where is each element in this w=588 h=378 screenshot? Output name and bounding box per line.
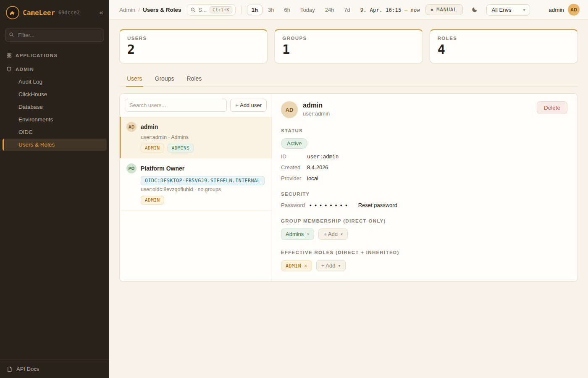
environment-select[interactable]: All Envs ▾ — [486, 4, 530, 16]
user-list-pane: + Add user AD admin user:admin · Admins … — [120, 94, 272, 281]
sidebar-filter-input[interactable] — [5, 29, 104, 42]
sidebar-nav: Audit Log ClickHouse Database Environmen… — [0, 75, 109, 151]
sidebar-item-clickhouse[interactable]: ClickHouse — [3, 88, 107, 100]
breadcrumb-admin[interactable]: Admin — [119, 7, 135, 13]
user-name: Platform Owner — [141, 165, 184, 172]
sidebar-item-oidc[interactable]: OIDC — [3, 126, 107, 138]
chevron-down-icon: ▾ — [341, 232, 343, 236]
header-divider — [241, 5, 242, 14]
sidebar-section-applications[interactable]: APPLICATIONS — [0, 47, 109, 61]
refresh-mode-button[interactable]: ● MANUAL — [425, 4, 463, 15]
reset-password-link[interactable]: Reset password — [358, 202, 397, 208]
user-list-item-platform-owner[interactable]: PO Platform Owner OIDC:DESKTOP-FB5VGJ9.S… — [120, 158, 272, 210]
tab-roles[interactable]: Roles — [186, 73, 202, 87]
dark-mode-toggle[interactable] — [468, 3, 481, 16]
tab-bar: Users Groups Roles — [119, 73, 578, 87]
api-docs-label: API Docs — [16, 366, 39, 372]
sidebar-collapse-button[interactable]: « — [100, 8, 103, 17]
cameleer-logo-icon — [6, 6, 19, 19]
breadcrumb: Admin / Users & Roles — [119, 7, 181, 13]
time-start: 9. Apr. 16:15 — [360, 7, 402, 13]
time-window-display[interactable]: 9. Apr. 16:15 — now — [360, 7, 420, 13]
avatar: AD — [126, 122, 136, 132]
search-icon — [190, 7, 196, 13]
avatar: AD — [281, 101, 298, 118]
field-value: 8.4.2026 — [307, 164, 328, 171]
status-section-title: STATUS — [281, 128, 567, 133]
main-area: Admin / Users & Roles S... Ctrl+K 1h 3h … — [109, 0, 588, 378]
remove-role-icon[interactable]: × — [304, 263, 307, 269]
user-menu[interactable]: admin AD — [549, 4, 580, 16]
role-chips: ADMIN × + Add ▾ — [281, 260, 567, 271]
sidebar: CameLeer 69dcce2 « APPLICATIONS ADMIN Au… — [0, 0, 109, 378]
sidebar-item-environments[interactable]: Environments — [3, 113, 107, 126]
detail-user-id: user:admin — [303, 110, 330, 117]
stat-label: USERS — [127, 36, 260, 41]
avatar: AD — [568, 4, 580, 16]
api-docs-link[interactable]: API Docs — [0, 360, 109, 378]
sidebar-section-admin[interactable]: ADMIN — [0, 61, 109, 75]
security-section-title: SECURITY — [281, 192, 567, 197]
delete-user-button[interactable]: Delete — [537, 101, 567, 114]
global-search-button[interactable]: S... Ctrl+K — [187, 4, 236, 16]
field-row-id: ID user:admin — [281, 153, 567, 160]
username-label: admin — [549, 7, 564, 13]
detail-user-name: admin — [303, 102, 330, 109]
user-detail-pane: AD admin user:admin Delete STATUS Active… — [272, 94, 578, 281]
password-label: Password — [281, 202, 310, 208]
add-user-button[interactable]: + Add user — [230, 99, 267, 112]
sidebar-item-audit-log[interactable]: Audit Log — [3, 76, 107, 88]
add-group-button[interactable]: + Add ▾ — [318, 228, 348, 240]
user-list-item-admin[interactable]: AD admin user:admin · Admins ADMIN ADMIN… — [120, 117, 272, 158]
range-today[interactable]: Today — [296, 5, 320, 15]
user-subtitle: user:admin · Admins — [141, 134, 266, 140]
chevron-down-icon: ▾ — [523, 8, 525, 12]
field-label: Created — [281, 164, 307, 171]
search-shortcut-badge: Ctrl+K — [210, 6, 232, 13]
status-badge: Active — [281, 138, 307, 149]
moon-icon — [471, 6, 478, 13]
section-applications-label: APPLICATIONS — [16, 53, 58, 58]
search-users-input[interactable] — [125, 99, 227, 112]
tab-users[interactable]: Users — [126, 73, 143, 87]
sidebar-item-database[interactable]: Database — [3, 101, 107, 113]
add-role-button[interactable]: + Add ▾ — [316, 260, 346, 271]
tab-groups[interactable]: Groups — [154, 73, 175, 87]
refresh-mode-label: MANUAL — [436, 7, 457, 13]
password-mask: • • • • • • • • — [310, 202, 348, 208]
stat-card-groups: GROUPS 1 — [274, 29, 423, 63]
field-label: ID — [281, 153, 307, 160]
stat-label: ROLES — [438, 36, 570, 41]
breadcrumb-current: Users & Roles — [143, 7, 181, 13]
role-badge: ADMIN — [141, 196, 164, 205]
section-admin-label: ADMIN — [16, 67, 34, 72]
sidebar-filter — [5, 29, 104, 42]
oidc-provider-badge: OIDC:DESKTOP-FB5VGJ9.SIEGELN.INTERNAL — [141, 176, 265, 185]
field-value: local — [307, 175, 318, 181]
users-panel: + Add user AD admin user:admin · Admins … — [119, 93, 578, 282]
group-badge: ADMINS — [168, 144, 194, 152]
stat-cards: USERS 2 GROUPS 1 ROLES 4 — [119, 29, 578, 63]
global-search-text: S... — [199, 7, 207, 13]
role-chip-admin: ADMIN × — [281, 260, 312, 271]
user-subtitle: user:oidc:8evzqofluhld · no groups — [141, 186, 266, 192]
field-row-created: Created 8.4.2026 — [281, 164, 567, 171]
time-dash: — — [404, 7, 408, 13]
user-name: admin — [141, 123, 158, 130]
range-7d[interactable]: 7d — [339, 5, 354, 15]
stat-card-users: USERS 2 — [119, 29, 268, 63]
range-3h[interactable]: 3h — [263, 5, 278, 15]
breadcrumb-separator: / — [138, 7, 140, 13]
range-6h[interactable]: 6h — [279, 5, 294, 15]
sidebar-item-users-roles[interactable]: Users & Roles — [3, 139, 107, 151]
document-icon — [7, 366, 13, 372]
range-1h[interactable]: 1h — [247, 5, 262, 15]
stat-value: 4 — [438, 42, 570, 57]
group-chip-label: Admins — [286, 231, 304, 237]
status-dot: ● — [431, 8, 433, 12]
remove-group-icon[interactable]: × — [307, 231, 310, 237]
search-icon — [9, 32, 14, 37]
range-24h[interactable]: 24h — [320, 5, 339, 15]
effective-roles-title: EFFECTIVE ROLES (DIRECT + INHERITED) — [281, 250, 567, 255]
password-row: Password • • • • • • • • Reset password — [281, 202, 567, 208]
